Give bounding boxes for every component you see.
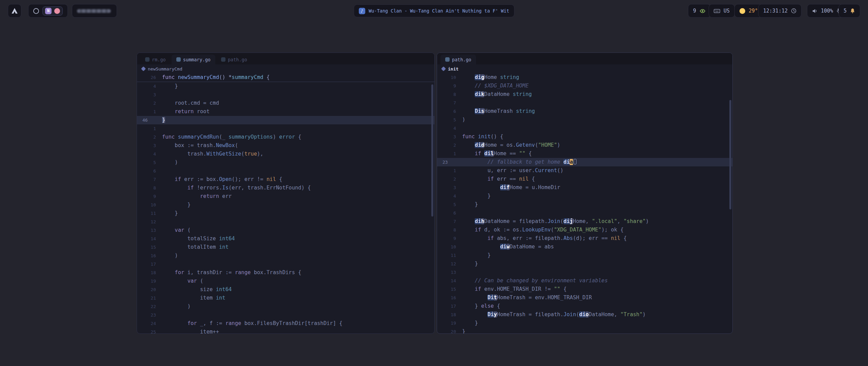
code-line[interactable]: 3 box := trash.NewBox( (137, 141, 434, 150)
code-line[interactable]: 3 difHome = u.HomeDir (437, 183, 732, 192)
code-line[interactable]: 21 item int (137, 294, 434, 302)
code-text: if err := box.Open(); err != nil { (162, 175, 282, 184)
code-line[interactable]: 18 for i, trashDir := range box.TrashDir… (137, 268, 434, 277)
code-line[interactable]: 16 ) (137, 251, 434, 260)
code-line[interactable]: 1 u, err := user.Current() (437, 166, 732, 175)
code-text: difHome = u.HomeDir (462, 183, 560, 192)
code-line[interactable]: 5) (437, 116, 732, 124)
redacted-window-title[interactable] (72, 4, 117, 18)
code-line[interactable]: 5 ) (137, 158, 434, 167)
line-number: 8 (437, 90, 462, 99)
line-number: 1 (437, 166, 462, 175)
code-line[interactable]: 17 } else { (437, 302, 732, 310)
code-line[interactable]: 14 // Can be changed by environment vari… (437, 277, 732, 285)
code-line[interactable]: 8 if d, ok := os.LookupEnv("XDG_DATA_HOM… (437, 226, 732, 234)
code-line[interactable]: 16 DitHomeTrash = env.HOME_TRASH_DIR (437, 293, 732, 302)
launcher-button[interactable] (8, 4, 21, 18)
media-player-pill[interactable]: ♪ Wu-Tang Clan - Wu-Tang Clan Ain't Nuth… (354, 4, 514, 17)
code-area[interactable]: 10 digHome string9 // $XDG_DATA_HOME8 di… (437, 73, 732, 334)
code-line[interactable]: 7 (437, 99, 732, 107)
code-line[interactable]: 3func init() { (437, 133, 732, 141)
code-line[interactable]: 3 (137, 90, 434, 99)
code-line[interactable]: 9 // $XDG_DATA_HOME (437, 82, 732, 90)
line-number: 14 (437, 277, 462, 285)
code-line[interactable]: 10 digHome string (437, 73, 732, 82)
code-line[interactable]: 11 } (437, 251, 732, 260)
code-text: } (162, 201, 191, 209)
code-line[interactable]: 1 return root (137, 107, 434, 116)
code-line[interactable]: 14 totalSize int64 (137, 235, 434, 243)
code-line[interactable]: 9 return err (137, 192, 434, 201)
code-line[interactable]: 7 dihDataHome = filepath.Join(dijHome, "… (437, 217, 732, 226)
code-line[interactable]: 6 (437, 209, 732, 217)
code-line[interactable]: 19 } (437, 319, 732, 327)
code-line[interactable]: 15 totalItem int (137, 243, 434, 251)
code-line[interactable]: 18 DiyHomeTrash = filepath.Join(dioDataH… (437, 310, 732, 319)
code-line[interactable]: 8 dikDataHome string (437, 90, 732, 99)
code-line[interactable]: 23 // fallback to get home dia (437, 158, 732, 166)
code-text: u, err := user.Current() (462, 166, 564, 175)
code-line[interactable]: 12 (137, 218, 434, 226)
code-line[interactable]: 11 } (137, 209, 434, 218)
code-line[interactable]: 17 (137, 260, 434, 268)
code-line[interactable]: 19 var ( (137, 277, 434, 285)
code-line[interactable]: 20} (437, 327, 732, 334)
now-playing-title: Wu-Tang Clan - Wu-Tang Clan Ain't Nuthin… (369, 8, 509, 14)
code-text: ) (162, 158, 178, 167)
code-line[interactable]: 1 (137, 124, 434, 133)
code-line[interactable]: 13 var ( (137, 226, 434, 235)
code-line[interactable]: 9 if abs, err := filepath.Abs(d); err ==… (437, 234, 732, 243)
code-line[interactable]: 6 (137, 167, 434, 175)
tab-rm.go[interactable]: rm.go (140, 55, 171, 64)
code-line[interactable]: 13 (437, 268, 732, 277)
clock-pill[interactable]: 12:31:12 (758, 4, 802, 18)
code-text: if abs, err := filepath.Abs(d); err == n… (462, 234, 627, 243)
code-text: trash.WithGetSize(true), (162, 150, 263, 158)
code-line[interactable]: 7 if err := box.Open(); err != nil { (137, 175, 434, 184)
code-line[interactable]: 4 (437, 124, 732, 133)
code-line[interactable]: 46} (137, 116, 434, 124)
line-number: 23 (437, 158, 462, 166)
notifications-pill[interactable]: 5 (839, 4, 860, 18)
editor-pane-right[interactable]: path.go init 10 digHome string9 // $XDG_… (437, 53, 733, 334)
code-line[interactable]: 2 root.cmd = cmd (137, 99, 434, 107)
code-line[interactable]: 2 if err == nil { (437, 175, 732, 183)
code-line[interactable]: 8 if !errors.Is(err, trash.ErrNotFound) … (137, 184, 434, 192)
code-line[interactable]: 24 for _, f := range box.FilesByTrashDir… (137, 319, 434, 328)
code-text: } (462, 200, 478, 209)
code-line[interactable]: 10 diwDataHome = abs (437, 243, 732, 251)
code-line[interactable]: 4 } (437, 192, 732, 200)
code-line[interactable]: 2 didHome = os.Getenv("HOME") (437, 141, 732, 149)
code-line[interactable]: 2func summaryCmdRun(_ summaryOptions) er… (137, 133, 434, 141)
code-line[interactable]: 20 size int64 (137, 285, 434, 294)
line-number: 2 (137, 133, 162, 141)
scrollbar[interactable] (729, 100, 731, 209)
code-line[interactable]: 1 if dilHome == "" { (437, 149, 732, 158)
code-line[interactable]: 4 trash.WithGetSize(true), (137, 150, 434, 158)
top-bar: N ♪ Wu-Tang Clan - Wu-Tang Clan Ain't Nu… (0, 0, 868, 22)
workspace-indicator[interactable]: N (28, 4, 68, 18)
code-line[interactable]: 10 } (137, 201, 434, 209)
code-text: if dilHome == "" { (462, 149, 532, 158)
keyboard-layout-pill[interactable]: US (709, 4, 735, 18)
tab-path.go[interactable]: path.go (216, 55, 252, 64)
tab-path.go[interactable]: path.go (440, 55, 476, 64)
editor-pane-left[interactable]: rm.gosummary.gopath.go newSummaryCmd 26f… (137, 53, 435, 334)
line-number: 18 (437, 310, 462, 319)
line-number: 2 (437, 141, 462, 149)
code-line[interactable]: 5 } (437, 200, 732, 209)
code-line[interactable]: 12 } (437, 260, 732, 268)
code-line[interactable]: 15 if env.HOME_TRASH_DIR != "" { (437, 285, 732, 293)
code-line[interactable]: 25 item++ (137, 328, 434, 334)
code-text: ) (162, 302, 191, 311)
code-line[interactable]: 23 (137, 311, 434, 319)
line-number: 20 (437, 327, 462, 334)
scrollbar[interactable] (431, 84, 433, 217)
tab-summary.go[interactable]: summary.go (172, 55, 215, 64)
code-area[interactable]: 4 }32 root.cmd = cmd1 return root46}12fu… (137, 82, 434, 334)
eye-count-pill[interactable]: 9 (688, 4, 711, 18)
code-line[interactable]: 4 } (137, 82, 434, 90)
code-line[interactable]: 6 DisHomeTrash string (437, 107, 732, 116)
go-file-icon (445, 57, 450, 62)
code-line[interactable]: 22 ) (137, 302, 434, 311)
